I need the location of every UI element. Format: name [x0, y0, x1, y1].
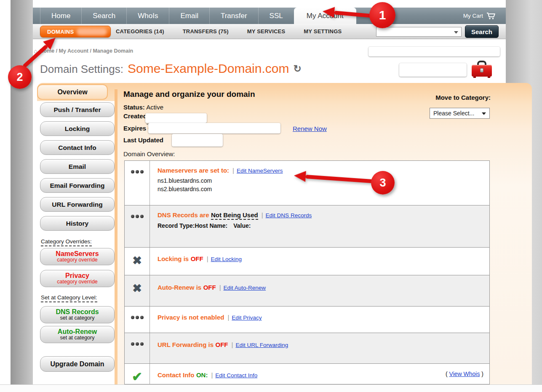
toolbox-feet	[473, 77, 490, 78]
domain-overview-label: Domain Overview:	[123, 150, 175, 157]
sidebar-tab-contact-info[interactable]: Contact Info	[40, 140, 115, 155]
annotation-badge-3: 3	[371, 171, 395, 195]
redacted-updated-date	[172, 134, 223, 147]
sidebar-tab-email[interactable]: Email	[40, 159, 115, 174]
my-cart[interactable]: My Cart	[463, 8, 497, 24]
toolbox-icon[interactable]	[472, 61, 492, 78]
category-overrides-label: Category Overrides:	[41, 238, 92, 245]
dots-icon	[125, 307, 150, 333]
edit-dns-records-link[interactable]: Edit DNS Records	[266, 212, 312, 219]
nameservers-override-sub: category override	[57, 257, 98, 263]
row-title: Contact Info	[158, 371, 195, 379]
x-icon: ✖	[125, 248, 150, 275]
sidebar-tab-overview[interactable]: Overview	[37, 84, 108, 100]
annotation-badge-2: 2	[8, 65, 32, 89]
edit-privacy-link[interactable]: Edit Privacy	[232, 315, 262, 321]
dns-records-category-title: DNS Records	[56, 309, 99, 316]
content-heading: Manage and organize your domain	[123, 90, 255, 99]
row-status: ON:	[196, 371, 208, 379]
row-title: URL Forwarding is	[158, 341, 214, 348]
privacy-override-sub: category override	[57, 279, 98, 285]
toolbox-latch	[480, 68, 483, 72]
nav-tab-transfer[interactable]: Transfer	[209, 8, 258, 24]
nav-tab-whois[interactable]: WhoIs	[126, 8, 169, 24]
redacted-domain-count	[77, 28, 107, 35]
sidebar-button-auto-renew-category[interactable]: Auto-Renew set at category	[40, 326, 115, 343]
separator: |	[207, 255, 208, 262]
nameserver-2: ns2.bluestardns.com	[158, 186, 483, 192]
browser-page: Home Search WhoIs Email Transfer SSL My …	[33, 0, 506, 384]
view-whois-wrap: ( View Whois )	[446, 371, 483, 377]
separator: |	[232, 341, 233, 348]
subnav-tab-my-settings[interactable]: MY SETTINGS	[304, 28, 342, 35]
refresh-icon[interactable]: ↻	[293, 63, 301, 75]
chevron-down-icon	[482, 112, 486, 115]
row-status: Not Being Used	[211, 211, 258, 220]
subnav-tab-categories[interactable]: CATEGORIES (14)	[116, 28, 164, 35]
row-title: Locking is	[158, 255, 189, 262]
category-select[interactable]: Please Select...	[430, 108, 490, 119]
sidebar-button-privacy-override[interactable]: Privacy category override	[40, 270, 115, 287]
row-title: Privacy is not enabled	[158, 314, 224, 321]
renew-now-link-wrap: Renew Now	[293, 125, 327, 132]
edit-locking-link[interactable]: Edit Locking	[211, 256, 242, 262]
edit-contact-info-link[interactable]: Edit Contact Info	[215, 372, 257, 379]
sidebar-button-nameservers-override[interactable]: NameServers category override	[40, 248, 115, 265]
row-status: OFF	[203, 284, 216, 291]
main-nav: Home Search WhoIs Email Transfer SSL My …	[33, 8, 506, 24]
title-prefix: Domain Settings:	[40, 63, 123, 76]
screen: Home Search WhoIs Email Transfer SSL My …	[0, 0, 542, 392]
subnav-tab-my-services[interactable]: MY SERVICES	[247, 28, 286, 35]
sidebar-tab-history[interactable]: History	[40, 216, 115, 231]
nav-tab-ssl[interactable]: SSL	[258, 8, 294, 24]
sidebar-tab-push-transfer[interactable]: Push / Transfer	[40, 102, 115, 117]
view-whois-link[interactable]: View Whois	[449, 371, 480, 377]
dots-icon	[125, 161, 150, 205]
edit-nameservers-link[interactable]: Edit NameServers	[237, 168, 283, 174]
nav-tab-home[interactable]: Home	[40, 8, 81, 24]
table-row-dns-records: DNS Records are Not Being Used|Edit DNS …	[125, 205, 489, 247]
subnav-items: CATEGORIES (14) TRANSFERS (75) MY SERVIC…	[116, 24, 342, 39]
separator: |	[262, 211, 263, 219]
sidebar-tab-url-forwarding[interactable]: URL Forwarding	[40, 197, 115, 212]
chevron-down-icon[interactable]	[454, 31, 458, 34]
renew-now-link[interactable]: Renew Now	[293, 125, 327, 132]
page-title: Domain Settings: Some-Example-Domain.com…	[40, 61, 302, 76]
table-row-auto-renew: ✖ Auto-Renew is OFF|Edit Auto-Renew	[125, 275, 489, 306]
nav-tab-email[interactable]: Email	[169, 8, 209, 24]
sidebar-tab-locking[interactable]: Locking	[40, 121, 115, 136]
status-value: Active	[146, 104, 163, 111]
row-status: OFF	[216, 341, 228, 348]
annotation-badge-1: 1	[369, 2, 395, 28]
separator: |	[219, 284, 221, 291]
edit-url-forwarding-link[interactable]: Edit URL Forwarding	[235, 342, 288, 348]
move-to-category-label: Move to Category:	[412, 94, 491, 101]
category-select-value: Please Select...	[433, 110, 474, 117]
separator: |	[211, 371, 213, 379]
subnav-tab-transfers[interactable]: TRANSFERS (75)	[183, 28, 229, 35]
table-row-contact-info: ✔ Contact Info ON:|Edit Contact Info ( V…	[125, 363, 489, 384]
panel-left-edge	[115, 89, 117, 384]
upgrade-domain-button[interactable]: Upgrade Domain	[40, 356, 115, 372]
bottom-band	[0, 384, 542, 392]
nav-tab-search[interactable]: Search	[81, 8, 126, 24]
redacted-box-account	[399, 63, 467, 77]
cart-icon	[486, 12, 497, 20]
edit-auto-renew-link[interactable]: Edit Auto-Renew	[224, 285, 266, 291]
domain-search-combobox[interactable]	[376, 27, 462, 37]
set-at-category-label: Set at Category Level:	[41, 294, 97, 301]
dots-icon	[125, 333, 150, 363]
breadcrumb-path[interactable]: Home / My Account / Manage Domain	[40, 48, 133, 54]
redacted-expires-date	[148, 123, 280, 133]
search-button[interactable]: Search	[465, 25, 499, 38]
separator: |	[227, 314, 229, 321]
row-status: OFF	[191, 255, 203, 262]
auto-renew-category-title: Auto-Renew	[58, 328, 97, 336]
nameservers-override-title: NameServers	[56, 251, 99, 258]
sidebar-button-dns-records-category[interactable]: DNS Records set at category	[40, 306, 115, 323]
domain-overview-table: Nameservers are set to:|Edit NameServers…	[124, 160, 490, 384]
privacy-override-title: Privacy	[65, 272, 89, 280]
updated-line: Last Updated	[123, 136, 163, 144]
table-row-nameservers: Nameservers are set to:|Edit NameServers…	[125, 161, 489, 205]
sidebar-tab-email-forwarding[interactable]: Email Forwarding	[40, 178, 115, 193]
